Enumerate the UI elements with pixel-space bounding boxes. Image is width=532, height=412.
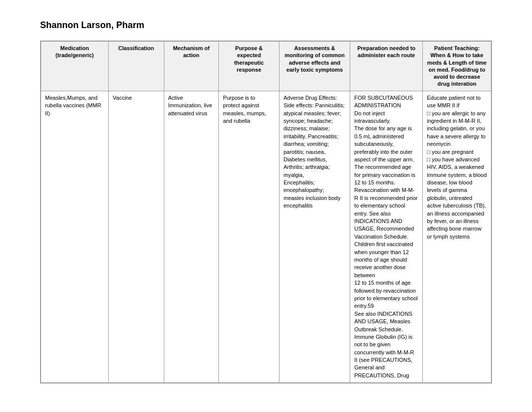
cell-preparation: FOR SUBCUTANEOUS ADMINISTRATION Do not i…: [350, 91, 423, 382]
main-table-wrapper: Medication(trade/generic) Classification…: [40, 41, 492, 383]
col-header-mechanism: Mechanism of action: [164, 42, 219, 91]
medication-table: Medication(trade/generic) Classification…: [41, 41, 491, 383]
table-row: Measles,Mumps, and rubella vaccines (MMR…: [41, 91, 491, 382]
col-header-medication: Medication(trade/generic): [41, 42, 109, 91]
cell-classification: Vaccine: [109, 91, 164, 382]
cell-medication: Measles,Mumps, and rubella vaccines (MMR…: [41, 91, 109, 382]
col-header-preparation: Preparation needed to administer each ro…: [350, 42, 423, 91]
col-header-teaching: Patient Teaching: When & How to take med…: [423, 42, 491, 91]
cell-assessments: Adverse Drug Effects: Side effects: Pann…: [279, 91, 350, 382]
cell-purpose: Purpose is to protect against measles, m…: [219, 91, 280, 382]
cell-mechanism: Active Immunization, live attenuated vir…: [164, 91, 219, 382]
col-header-purpose: Purpose & expected therapeutic response: [219, 42, 280, 91]
page-header: Shannon Larson, Pharm: [0, 0, 532, 41]
col-header-classification: Classification: [109, 42, 164, 91]
page-title: Shannon Larson, Pharm: [40, 20, 492, 31]
table-header-row: Medication(trade/generic) Classification…: [41, 42, 491, 91]
cell-teaching: Educate patient not to use MMR II if □ y…: [423, 91, 491, 382]
col-header-assessments: Assessments & monitoring of common adver…: [279, 42, 350, 91]
